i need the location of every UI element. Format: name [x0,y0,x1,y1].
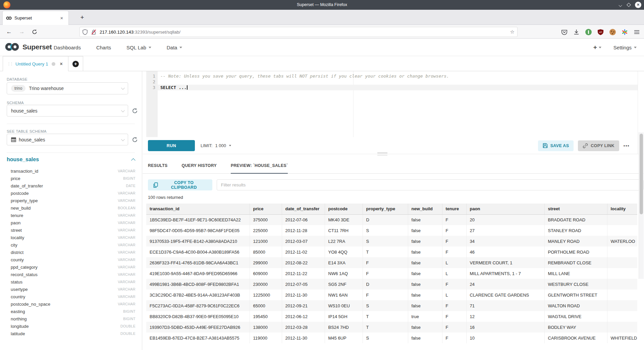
sql-editor[interactable]: 1 -- Note: Unless you save your query, t… [143,71,638,137]
copy-to-clipboard-button[interactable]: COPY TO CLIPBOARD [148,179,212,190]
column-list-item[interactable]: new_build BOOLEAN [11,204,136,212]
url-bar[interactable]: 217.160.120.143:32393/superset/sqllab/ ☆ [79,27,518,37]
add-new-button[interactable]: + [593,44,601,51]
table-header-cell[interactable]: street [544,204,607,214]
lock-slash-icon[interactable] [91,29,96,35]
column-list-item[interactable]: locality VARCHAR [11,234,136,241]
scrollbar-thumb[interactable] [640,134,643,214]
table-cell: 2012-11-30 [282,290,325,300]
schema-select[interactable]: house_sales [7,105,128,117]
chevron-up-icon[interactable] [131,158,136,163]
table-select[interactable]: house_sales [7,134,128,145]
sqllab-sidebar: DATABASE trino Trino warehouse SCHEMA ho… [0,71,142,350]
app-nav-item[interactable]: Charts [96,45,111,50]
app-nav-item[interactable]: SQL Lab [126,45,151,50]
cookie-icon[interactable] [609,29,616,35]
table-header-cell[interactable]: new_build [408,204,442,214]
column-list-item[interactable]: transaction_id VARCHAR [11,167,136,175]
table-header-cell[interactable]: postcode [325,204,363,214]
app-nav-item[interactable]: Dashboards [54,45,81,50]
results-tab[interactable]: PREVIEW: `HOUSE_SALES` [231,158,288,174]
table-header-cell[interactable]: price [250,204,282,214]
ublock-origin-icon[interactable]: uO [597,29,604,35]
table-header-cell[interactable]: locality [607,204,637,214]
table-cell: 2012-03-07 [282,236,325,247]
results-scrollbar[interactable] [639,132,644,279]
table-schema-header[interactable]: house_sales [7,157,136,163]
window-maximize-icon[interactable] [627,3,631,7]
browser-tab[interactable]: Superset × [3,11,68,25]
reload-button[interactable] [30,28,39,36]
column-list-item[interactable]: easting BIGINT [11,308,136,315]
multicolor-asterisk-icon[interactable] [622,29,628,35]
table-cell: CT11 7RH [325,225,363,236]
browser-tab-close-icon[interactable]: × [58,15,65,21]
column-name: paon [11,220,20,225]
table-header-cell[interactable]: paon [466,204,544,214]
menu-icon[interactable] [634,29,640,35]
app-nav-item[interactable]: Data [167,45,182,50]
add-query-tab-button[interactable]: + [68,56,83,71]
column-list-item[interactable]: longitude DOUBLE [11,322,136,330]
drag-handle-icon[interactable]: ⋮⋮ [7,62,12,66]
extension-green-icon[interactable] [585,29,592,35]
save-as-button[interactable]: SAVE AS [538,140,574,151]
column-list-item[interactable]: tenure VARCHAR [11,212,136,219]
forward-button[interactable]: → [17,28,26,36]
new-tab-button[interactable]: + [78,13,87,22]
settings-label: Settings [613,45,632,50]
column-list-item[interactable]: northing BIGINT [11,315,136,322]
more-options-icon[interactable]: ••• [624,143,630,148]
window-minimize-icon[interactable] [619,4,623,6]
column-type: VARCHAR [118,280,136,284]
column-list-item[interactable]: paon VARCHAR [11,219,136,226]
column-list-item[interactable]: date_of_transfer DATE [11,182,136,189]
table-cell: L [442,268,466,279]
query-tab-close-icon[interactable]: × [60,61,63,67]
column-list-item[interactable]: county VARCHAR [11,256,136,263]
column-list-item[interactable]: postcode_no_space VARCHAR [11,300,136,308]
splitter-grip-icon[interactable] [377,152,387,156]
column-list-item[interactable]: property_type VARCHAR [11,197,136,204]
pane-splitter[interactable] [143,154,644,158]
table-header-cell[interactable]: property_type [363,204,408,214]
back-button[interactable]: ← [5,28,13,36]
filter-results-input[interactable] [217,179,644,190]
url-host: 217.160.120.143 [100,30,133,35]
results-tab[interactable]: RESULTS [148,158,168,174]
refresh-schema-icon[interactable] [132,108,138,114]
column-name: county [11,257,24,262]
table-header-cell[interactable]: tenure [442,204,466,214]
column-list-item[interactable]: city VARCHAR [11,241,136,249]
pocket-icon[interactable] [561,29,568,35]
column-list-item[interactable]: status VARCHAR [11,278,136,286]
app-logo[interactable]: Superset [5,42,52,51]
column-list-item[interactable]: latitude DOUBLE [11,330,136,337]
table-header-cell[interactable]: transaction_id [146,204,250,214]
column-list-item[interactable]: country VARCHAR [11,293,136,300]
column-list-item[interactable]: district VARCHAR [11,249,136,256]
column-list-item[interactable]: price BIGINT [11,175,136,182]
limit-value: 1 000 [215,143,226,148]
run-button[interactable]: RUN [148,140,195,151]
window-close-icon[interactable]: × [635,2,641,8]
limit-dropdown[interactable]: LIMIT: 1 000 [201,140,231,151]
shield-icon[interactable] [83,29,88,35]
bookmark-star-icon[interactable]: ☆ [510,29,515,35]
table-header-cell[interactable]: date_of_transfer [282,204,325,214]
column-list-item[interactable]: postcode VARCHAR [11,189,136,197]
column-list-item[interactable]: usertype VARCHAR [11,286,136,293]
line-code: -- Note: Unless you save your query, the… [158,73,638,79]
download-icon[interactable] [573,29,580,35]
copy-link-button[interactable]: COPY LINK [578,140,619,151]
results-tab[interactable]: QUERY HISTORY [182,158,217,174]
settings-menu[interactable]: Settings [613,45,637,50]
table-cell: 71 [466,300,544,311]
query-tab[interactable]: ⋮⋮ Untitled Query 1 × [3,56,68,71]
column-list-item[interactable]: ppd_category VARCHAR [11,263,136,271]
refresh-table-icon[interactable] [132,137,138,143]
rows-returned-status: 100 rows returned [148,195,183,200]
column-list-item[interactable]: street VARCHAR [11,226,136,234]
database-select[interactable]: trino Trino warehouse [7,82,128,94]
column-list-item[interactable]: record_status VARCHAR [11,271,136,278]
